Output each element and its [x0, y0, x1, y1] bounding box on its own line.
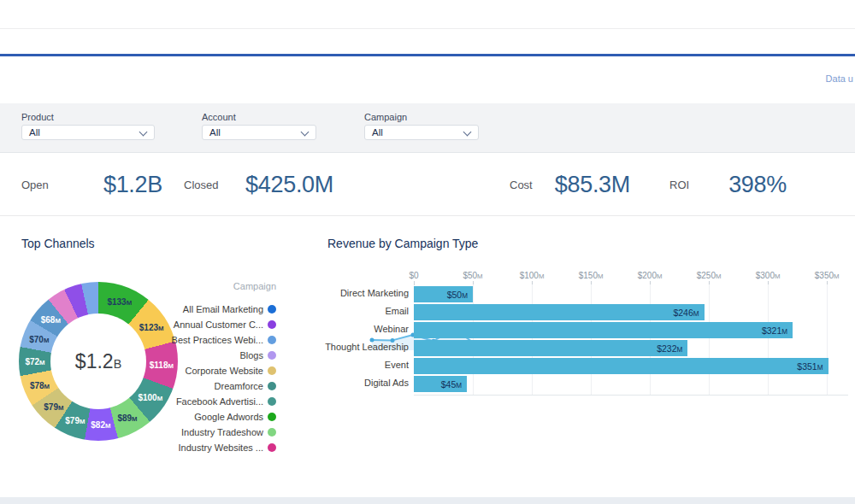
selected-value: All — [209, 127, 221, 138]
legend-dot — [268, 428, 276, 437]
selected-value: All — [372, 127, 383, 138]
bar-row: Event$351M — [414, 357, 848, 375]
bar-category-label: Email — [323, 306, 409, 316]
axis-tick-label: $150M — [579, 271, 604, 280]
bar-category-label: Direct Marketing — [323, 288, 409, 298]
filter-band: ProductAllAccountAllCampaignAll — [0, 103, 855, 153]
top-divider — [0, 28, 855, 29]
axis-tick-label: $300M — [756, 271, 781, 280]
bar-row: Webinar$321M — [414, 321, 848, 339]
kpi-label: Closed — [184, 179, 218, 191]
filter-label: Product — [21, 112, 155, 122]
bar-value-label: $321M — [762, 325, 787, 336]
bar-chart-axis: $0$50M$100M$150M$200M$250M$300M$350M — [414, 271, 848, 284]
legend-label: Industry Tradeshow — [181, 427, 263, 437]
bar-row: Email$246M — [414, 303, 848, 321]
legend-dot — [268, 366, 276, 375]
bar-event[interactable]: $351M — [414, 358, 828, 374]
legend-item-blogs[interactable]: Blogs — [165, 348, 276, 363]
legend-label: Facebook Advertisi... — [176, 396, 263, 407]
legend-dot — [268, 397, 276, 406]
donut-chart-title: Top Channels — [21, 237, 95, 250]
bar-direct-marketing[interactable]: $50M — [414, 286, 473, 302]
kpi-label: Cost — [510, 179, 533, 191]
bar-chart-title: Revenue by Campaign Type — [327, 237, 478, 250]
legend-item-facebook-advertisi[interactable]: Facebook Advertisi... — [165, 394, 276, 409]
legend-item-annual-customer-c[interactable]: Annual Customer C... — [165, 317, 276, 332]
filter-select-product[interactable]: All — [21, 125, 155, 140]
legend-item-google-adwords[interactable]: Google Adwords — [165, 409, 276, 425]
kpi-open: Open$1.2B — [21, 153, 162, 216]
kpi-roi: ROI398% — [669, 153, 787, 216]
legend-item-industry-tradeshow[interactable]: Industry Tradeshow — [165, 425, 276, 440]
bar-value-label: $50M — [447, 290, 468, 300]
top-channels-donut: $1.2B $133M$123M$118M$100M$89M$82M$79M$7… — [19, 282, 178, 441]
axis-tick-label: $350M — [815, 271, 840, 280]
axis-tick-label: $0 — [409, 271, 418, 280]
bar-value-label: $351M — [797, 361, 823, 372]
legend-item-corporate-website[interactable]: Corporate Website — [165, 363, 276, 378]
bar-category-label: Event — [323, 360, 409, 370]
donut-segment-label: $79M — [65, 415, 85, 425]
donut-segment-label: $89M — [117, 413, 137, 422]
bar-row: Direct Marketing$50M — [414, 285, 848, 303]
bar-chart-plot: Direct Marketing$50MEmail$246MWebinar$32… — [414, 284, 848, 396]
bar-webinar[interactable]: $321M — [414, 322, 793, 338]
kpi-value: 398% — [728, 172, 787, 198]
legend-label: Dreamforce — [215, 381, 263, 391]
legend-dot — [268, 336, 276, 344]
filter-select-account[interactable]: All — [202, 125, 316, 140]
filter-campaign: CampaignAll — [364, 112, 479, 140]
bar-digital-ads[interactable]: $45M — [414, 376, 467, 392]
bar-value-label: $45M — [441, 379, 462, 390]
data-updated-text: Data u — [826, 73, 853, 84]
chevron-down-icon — [139, 128, 148, 137]
legend-dot — [268, 320, 276, 329]
donut-segment-label: $79M — [44, 401, 63, 411]
filter-label: Account — [202, 112, 316, 122]
kpi-label: Open — [21, 179, 49, 191]
chevron-down-icon — [463, 128, 472, 137]
donut-segment-label: $78M — [30, 380, 50, 390]
kpi-value: $425.0M — [245, 172, 333, 198]
legend-label: All Email Marketing — [183, 304, 263, 314]
donut-segment-label: $82M — [91, 419, 110, 429]
bottom-strip — [0, 497, 855, 504]
donut-segment-label: $72M — [25, 357, 44, 366]
legend-label: Google Adwords — [194, 412, 263, 422]
legend-item-dreamforce[interactable]: Dreamforce — [165, 378, 276, 394]
axis-tick-label: $250M — [697, 271, 722, 280]
bar-email[interactable]: $246M — [414, 304, 705, 320]
bar-row: Thought Leadership$232M — [414, 339, 848, 357]
bar-category-label: Digital Ads — [323, 378, 409, 388]
legend-label: Industry Websites ... — [179, 442, 263, 453]
legend-label: Best Practices Webi... — [172, 335, 263, 345]
donut-center-total: $1.2B — [75, 350, 121, 373]
legend-item-best-practices-webi[interactable]: Best Practices Webi... — [165, 332, 276, 348]
legend-dot — [268, 413, 276, 421]
kpi-value: $85.3M — [555, 172, 630, 198]
legend-item-industry-websites[interactable]: Industry Websites ... — [165, 440, 276, 455]
legend-dot — [268, 305, 276, 314]
bar-thought-leadership[interactable]: $232M — [414, 340, 687, 356]
bar-value-label: $232M — [657, 343, 682, 354]
legend-dot — [268, 382, 276, 390]
legend-dot — [268, 443, 276, 452]
donut-legend: Campaign All Email MarketingAnnual Custo… — [165, 278, 276, 455]
dashboard-page: Data u ProductAllAccountAllCampaignAll O… — [0, 0, 855, 504]
legend-label: Corporate Website — [185, 366, 263, 376]
filter-account: AccountAll — [202, 112, 316, 140]
filter-label: Campaign — [364, 112, 479, 122]
bar-category-label: Webinar — [323, 324, 409, 334]
chevron-down-icon — [301, 128, 310, 137]
filter-select-campaign[interactable]: All — [364, 125, 479, 140]
legend-dot — [268, 351, 276, 360]
kpi-cost: Cost$85.3M — [510, 153, 630, 216]
legend-item-all-email-marketing[interactable]: All Email Marketing — [165, 302, 276, 317]
axis-tick-label: $50M — [463, 271, 482, 280]
donut-segment-label: $68M — [41, 315, 61, 325]
bar-value-label: $246M — [673, 308, 699, 318]
brand-accent-bar — [0, 54, 855, 56]
donut-segment-label: $100M — [138, 393, 162, 402]
donut-segment-label: $123M — [139, 323, 164, 332]
